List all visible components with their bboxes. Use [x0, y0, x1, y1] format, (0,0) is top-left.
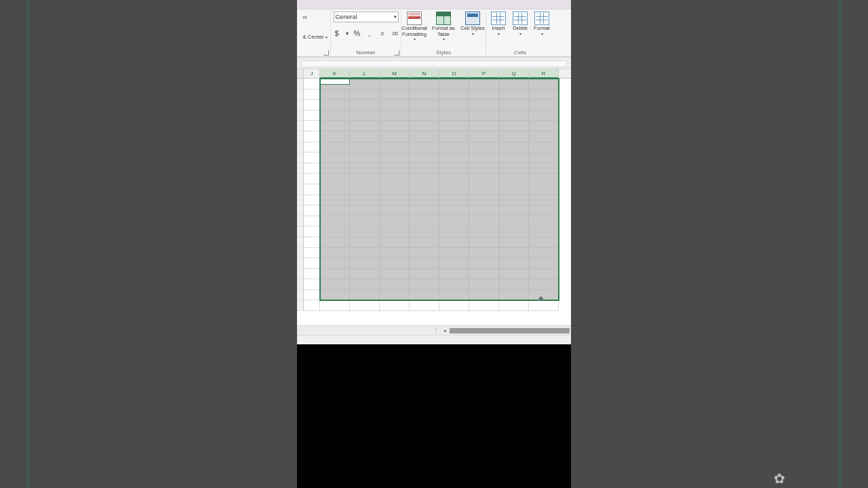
- cell[interactable]: [529, 89, 559, 100]
- row-header[interactable]: [297, 226, 304, 237]
- row-header[interactable]: [297, 174, 304, 184]
- cell[interactable]: [529, 290, 559, 301]
- cell[interactable]: [439, 142, 469, 153]
- cell[interactable]: [380, 163, 410, 174]
- cell[interactable]: [380, 174, 410, 184]
- col-header-J[interactable]: J: [304, 69, 320, 78]
- cell[interactable]: [380, 279, 410, 290]
- cell[interactable]: [439, 184, 469, 195]
- cell[interactable]: [320, 100, 350, 110]
- cell[interactable]: [320, 226, 350, 237]
- col-header-L[interactable]: L: [350, 69, 380, 78]
- cell[interactable]: [410, 152, 439, 163]
- row-header[interactable]: [297, 100, 304, 110]
- cell[interactable]: [380, 226, 410, 237]
- cell[interactable]: [529, 195, 559, 206]
- cell[interactable]: [469, 121, 499, 131]
- cell[interactable]: [380, 258, 410, 269]
- cell[interactable]: [320, 89, 350, 100]
- cell[interactable]: [380, 290, 410, 301]
- cell[interactable]: [439, 174, 469, 184]
- merge-center-button[interactable]: & Center ▾: [302, 26, 328, 47]
- cell[interactable]: [529, 110, 559, 121]
- delete-cells-button[interactable]: Delete ▾: [510, 11, 530, 46]
- cell[interactable]: [529, 205, 559, 216]
- cell[interactable]: [469, 100, 499, 110]
- cell[interactable]: [439, 121, 469, 131]
- cell[interactable]: [439, 110, 469, 121]
- cell[interactable]: [320, 152, 350, 163]
- cell[interactable]: [410, 131, 439, 142]
- cell[interactable]: [499, 152, 529, 163]
- cell[interactable]: [304, 79, 320, 89]
- cell[interactable]: [499, 184, 529, 195]
- cell[interactable]: [439, 89, 469, 100]
- cell[interactable]: [439, 195, 469, 206]
- cell[interactable]: [499, 174, 529, 184]
- cell[interactable]: [439, 248, 469, 259]
- cell[interactable]: [439, 79, 469, 89]
- cell[interactable]: [529, 237, 559, 248]
- cell[interactable]: [499, 269, 529, 280]
- dialog-launcher-icon[interactable]: [323, 50, 329, 56]
- col-header-K[interactable]: K: [320, 69, 350, 78]
- col-header-O[interactable]: O: [439, 69, 469, 78]
- cell[interactable]: [410, 269, 439, 280]
- cell[interactable]: [350, 258, 380, 269]
- cell[interactable]: [304, 300, 320, 311]
- cell[interactable]: [320, 300, 350, 311]
- cell[interactable]: [439, 279, 469, 290]
- cell[interactable]: [350, 184, 380, 195]
- cell[interactable]: [320, 79, 350, 89]
- cell[interactable]: [320, 258, 350, 269]
- cell[interactable]: [469, 89, 499, 100]
- cell[interactable]: [320, 131, 350, 142]
- cell[interactable]: [499, 110, 529, 121]
- cell[interactable]: [380, 152, 410, 163]
- cell[interactable]: [439, 131, 469, 142]
- cell[interactable]: [304, 269, 320, 280]
- cell[interactable]: [350, 152, 380, 163]
- cell[interactable]: [499, 205, 529, 216]
- cell[interactable]: [304, 121, 320, 131]
- cell[interactable]: [380, 100, 410, 110]
- cell[interactable]: [320, 184, 350, 195]
- increase-decimal-button[interactable]: .0: [376, 26, 388, 41]
- row-header[interactable]: [297, 142, 304, 153]
- cell[interactable]: [410, 237, 439, 248]
- cell[interactable]: [529, 184, 559, 195]
- cell[interactable]: [410, 184, 439, 195]
- dialog-launcher-icon[interactable]: [394, 50, 399, 56]
- cell[interactable]: [499, 163, 529, 174]
- cell[interactable]: [380, 184, 410, 195]
- cell[interactable]: [499, 79, 529, 89]
- cell[interactable]: [469, 205, 499, 216]
- currency-button[interactable]: $: [331, 26, 342, 41]
- cell[interactable]: [350, 79, 380, 89]
- cell[interactable]: [499, 226, 529, 237]
- cell[interactable]: [469, 195, 499, 206]
- insert-cells-button[interactable]: Insert ▾: [488, 11, 509, 46]
- cell[interactable]: [320, 110, 350, 121]
- cell[interactable]: [410, 100, 439, 110]
- wrap-text-fragment[interactable]: xt: [302, 12, 307, 22]
- cell[interactable]: [304, 226, 320, 237]
- cell[interactable]: [529, 300, 559, 311]
- cell[interactable]: [410, 142, 439, 153]
- cell[interactable]: [439, 205, 469, 216]
- row-header[interactable]: [297, 195, 304, 206]
- sheet-tabs-handle[interactable]: ⋮: [433, 327, 439, 334]
- format-cells-button[interactable]: Format ▾: [532, 11, 552, 46]
- cell[interactable]: [304, 258, 320, 269]
- cell[interactable]: [304, 184, 320, 195]
- row-header[interactable]: [297, 269, 304, 280]
- row-header[interactable]: [297, 290, 304, 301]
- scrollbar-thumb[interactable]: [450, 328, 570, 333]
- cell[interactable]: [469, 174, 499, 184]
- cell[interactable]: [529, 174, 559, 184]
- cell[interactable]: [304, 163, 320, 174]
- cell[interactable]: [499, 279, 529, 290]
- cell[interactable]: [499, 248, 529, 259]
- cell[interactable]: [410, 226, 439, 237]
- cell[interactable]: [350, 131, 380, 142]
